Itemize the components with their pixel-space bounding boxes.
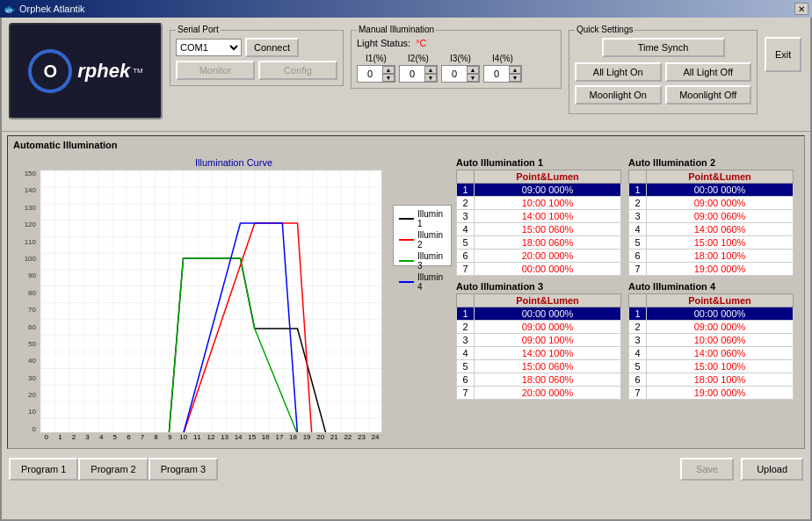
table-row[interactable]: 720:00 000%: [457, 387, 621, 400]
table-row[interactable]: 414:00 060%: [629, 347, 794, 360]
manual-illum-group: Manual Illumination Light Status: °C I1(…: [351, 30, 562, 89]
table-row[interactable]: 209:00 000%: [629, 197, 794, 210]
save-button[interactable]: Save: [680, 458, 734, 481]
auto-illum-4-table: Point&Lumen 100:00 000%209:00 000%310:00…: [628, 293, 794, 400]
x-7: 7: [135, 433, 149, 441]
port-select[interactable]: COM1 COM2 COM3 COM4: [176, 39, 242, 56]
table-row[interactable]: 100:00 000%: [629, 308, 794, 321]
table-row[interactable]: 618:00 100%: [629, 250, 794, 263]
table-row[interactable]: 515:00 100%: [629, 360, 794, 373]
row-num: 7: [629, 263, 647, 276]
x-3: 3: [81, 433, 95, 441]
tables-row-2: Auto Illumination 3 Point&Lumen 100:00: [456, 281, 794, 400]
auto-illum-4-title: Auto Illumination 4: [628, 281, 794, 292]
table-row[interactable]: 100:00 000%: [629, 184, 794, 197]
i3-spinner[interactable]: ▲ ▼: [441, 65, 480, 83]
i1-spinner[interactable]: ▲ ▼: [357, 65, 395, 83]
table-row[interactable]: 109:00 000%: [457, 184, 621, 197]
table-row[interactable]: 314:00 100%: [457, 210, 621, 223]
table-row[interactable]: 209:00 000%: [457, 321, 621, 334]
chart-container: 150 140 130 120 110 100 90 80 70 60 50: [18, 170, 382, 441]
program1-button[interactable]: Program 1: [9, 458, 78, 481]
table-row[interactable]: 100:00 000%: [457, 308, 621, 321]
config-button[interactable]: Config: [258, 61, 337, 80]
row-num: 2: [629, 321, 647, 334]
i2-down[interactable]: ▼: [424, 74, 437, 82]
table-row[interactable]: 309:00 100%: [457, 334, 621, 347]
auto-illum-4-section: Auto Illumination 4 Point&Lumen 100:00: [628, 281, 794, 400]
program3-button[interactable]: Program 3: [149, 458, 218, 481]
table-row[interactable]: 618:00 060%: [457, 373, 621, 387]
legend-illum2-label: Illumin 2: [417, 230, 446, 250]
i3-down[interactable]: ▼: [467, 74, 479, 82]
x-14: 14: [231, 433, 245, 441]
row-num: 6: [457, 250, 475, 263]
y-150: 150: [25, 170, 36, 177]
legend-illum3: Illumin 3: [399, 251, 446, 271]
row-value: 09:00 100%: [475, 334, 621, 347]
i3-spin-btns: ▲ ▼: [467, 66, 479, 82]
serial-port-group: Serial Port COM1 COM2 COM3 COM4 Connect …: [170, 30, 344, 86]
i3-input[interactable]: [442, 66, 467, 82]
manual-illum-label: Manual Illumination: [357, 25, 436, 34]
auto-illum-1-title: Auto Illumination 1: [456, 157, 621, 168]
table-row[interactable]: 618:00 100%: [629, 373, 794, 387]
i2-label: I2(%): [408, 54, 429, 63]
table-row[interactable]: 719:00 000%: [629, 387, 794, 400]
upload-button[interactable]: Upload: [741, 458, 803, 481]
title-bar: 🐟 Orphek Atlantik ✕: [0, 0, 812, 18]
i4-down[interactable]: ▼: [509, 74, 521, 82]
x-9: 9: [163, 433, 177, 441]
y-90: 90: [28, 271, 36, 279]
table-row[interactable]: 415:00 060%: [457, 223, 621, 236]
i4-up[interactable]: ▲: [509, 66, 521, 74]
auto-illum-3-title: Auto Illumination 3: [456, 281, 621, 292]
connect-button[interactable]: Connect: [245, 38, 299, 57]
table-row[interactable]: 700:00 000%: [457, 263, 621, 276]
i2-spin-btns: ▲ ▼: [424, 66, 437, 82]
table-row[interactable]: 515:00 100%: [629, 236, 794, 250]
close-button[interactable]: ✕: [794, 3, 808, 15]
i2-input[interactable]: [400, 66, 424, 82]
table-row[interactable]: 309:00 060%: [629, 210, 794, 223]
table-row[interactable]: 719:00 000%: [629, 263, 794, 276]
row-num: 6: [457, 373, 475, 387]
action-buttons: Save Upload: [680, 458, 803, 481]
row-value: 20:00 000%: [475, 250, 621, 263]
table-row[interactable]: 310:00 060%: [629, 334, 794, 347]
chart-with-legend: 150 140 130 120 110 100 90 80 70 60 50: [18, 170, 449, 441]
i2-up[interactable]: ▲: [424, 66, 437, 74]
i1-down[interactable]: ▼: [382, 74, 395, 82]
table-row[interactable]: 414:00 100%: [457, 347, 621, 360]
table-row[interactable]: 210:00 100%: [457, 197, 621, 210]
table-row[interactable]: 515:00 060%: [457, 360, 621, 373]
time-synch-button[interactable]: Time Synch: [602, 38, 725, 57]
x-6: 6: [122, 433, 136, 441]
all-light-off-button[interactable]: All Light Off: [665, 62, 752, 82]
moonlight-off-button[interactable]: Moonlight Off: [665, 85, 752, 105]
all-light-on-button[interactable]: All Light On: [575, 62, 662, 82]
i2-spinner[interactable]: ▲ ▼: [399, 65, 438, 83]
row-num: 7: [629, 387, 647, 400]
i1-input[interactable]: [358, 66, 382, 82]
i4-input[interactable]: [484, 66, 509, 82]
table-row[interactable]: 414:00 060%: [629, 223, 794, 236]
exit-button[interactable]: Exit: [765, 37, 801, 72]
row-value: 15:00 100%: [647, 360, 794, 373]
table-row[interactable]: 209:00 000%: [629, 321, 794, 334]
y-0: 0: [33, 425, 36, 433]
legend-illum4: Illumin 4: [399, 272, 446, 292]
i1-up[interactable]: ▲: [382, 66, 395, 74]
table-row[interactable]: 620:00 000%: [457, 250, 621, 263]
x-21: 21: [327, 433, 341, 441]
monitor-button[interactable]: Monitor: [176, 61, 255, 80]
row-num: 3: [629, 210, 647, 223]
program2-button[interactable]: Program 2: [78, 458, 148, 481]
table-row[interactable]: 518:00 060%: [457, 236, 621, 250]
auto-illum-section: Automatic Illumination Illumination Curv…: [2, 132, 810, 449]
i4-spinner[interactable]: ▲ ▼: [483, 65, 522, 83]
i3-up[interactable]: ▲: [467, 66, 479, 74]
moonlight-on-button[interactable]: Moonlight On: [575, 85, 662, 105]
row-value: 09:00 060%: [647, 210, 794, 223]
i1-col: I1(%) ▲ ▼: [357, 54, 395, 83]
